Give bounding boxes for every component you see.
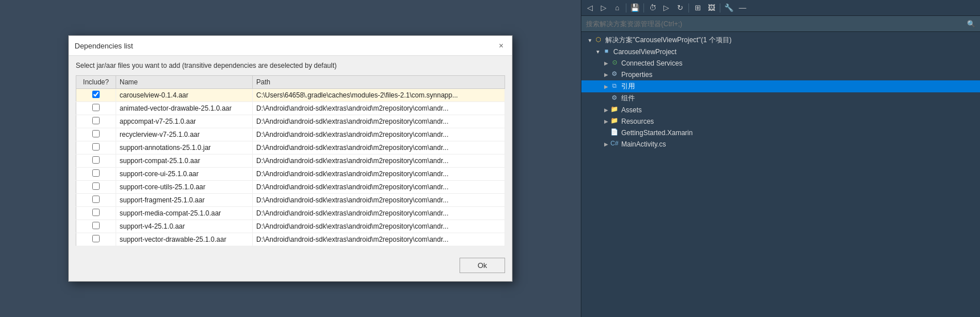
search-input[interactable] <box>586 20 967 28</box>
sidebar-item-properties[interactable]: ▶ ⚙ Properties <box>581 69 980 80</box>
name-cell-11: support-vector-drawable-25.1.0.aar <box>116 233 253 246</box>
solution-explorer-panel: ◁ ▷ ⌂ 💾 ⏱ ▷ ↻ ⊞ 🖼 🔧 — 🔍 ▼ ⬡ 解决方案"Carouse… <box>581 0 980 317</box>
include-checkbox-6[interactable] <box>92 169 100 177</box>
project-icon: ■ <box>602 47 611 56</box>
include-cell-6 <box>76 168 116 181</box>
sidebar-item-resources[interactable]: ▶ 📁 Resources <box>581 116 980 127</box>
include-cell-7 <box>76 181 116 194</box>
table-row: recyclerview-v7-25.1.0.aarD:\Android\and… <box>76 128 505 141</box>
name-cell-0: carouselview-0.1.4.aar <box>116 89 253 102</box>
dialog-titlebar: Dependencies list × <box>69 36 512 56</box>
references-arrow[interactable]: ▶ <box>602 84 610 90</box>
components-label: 组件 <box>621 94 635 103</box>
search-icon: 🔍 <box>967 20 975 28</box>
include-cell-0 <box>76 89 116 102</box>
main-activity-arrow[interactable]: ▶ <box>602 141 610 147</box>
assets-arrow[interactable]: ▶ <box>602 107 610 113</box>
sidebar-item-references[interactable]: ▶ ⧉ 引用 <box>581 80 980 92</box>
dialog-backdrop: Dependencies list × Select jar/aar files… <box>0 0 581 317</box>
path-cell-0: C:\Users\64658\.gradle\caches\modules-2\… <box>253 89 505 102</box>
solution-explorer-toolbar: ◁ ▷ ⌂ 💾 ⏱ ▷ ↻ ⊞ 🖼 🔧 — <box>581 0 980 16</box>
col-path-header: Path <box>253 76 505 89</box>
project-item[interactable]: ▼ ■ CarouselViewProject <box>581 46 980 58</box>
assets-icon: 📁 <box>610 105 619 115</box>
include-checkbox-10[interactable] <box>92 222 100 229</box>
tree-panel: ▼ ⬡ 解决方案"CarouselViewProject"(1 个项目) ▼ ■… <box>581 32 980 317</box>
include-checkbox-1[interactable] <box>92 104 100 111</box>
grid-button[interactable]: ⊞ <box>691 2 704 14</box>
table-row: carouselview-0.1.4.aarC:\Users\64658\.gr… <box>76 89 505 102</box>
path-cell-10: D:\Android\android-sdk\extras\android\m2… <box>253 220 505 233</box>
table-row: animated-vector-drawable-25.1.0.aarD:\An… <box>76 102 505 115</box>
include-checkbox-5[interactable] <box>92 156 100 164</box>
refresh-button[interactable]: ↻ <box>674 2 686 14</box>
include-cell-2 <box>76 115 116 128</box>
project-expand-arrow[interactable]: ▼ <box>594 49 602 55</box>
path-cell-3: D:\Android\android-sdk\extras\android\m2… <box>253 128 505 141</box>
components-icon: ⚙ <box>610 94 619 103</box>
table-row: support-core-utils-25.1.0.aarD:\Android\… <box>76 181 505 194</box>
connected-services-arrow[interactable]: ▶ <box>602 60 610 66</box>
timer-button[interactable]: ⏱ <box>646 2 659 14</box>
name-cell-5: support-compat-25.1.0.aar <box>116 155 253 168</box>
include-cell-9 <box>76 207 116 220</box>
include-checkbox-11[interactable] <box>92 235 100 242</box>
properties-arrow[interactable]: ▶ <box>602 72 610 78</box>
include-checkbox-9[interactable] <box>92 209 100 216</box>
dependencies-dialog: Dependencies list × Select jar/aar files… <box>68 35 512 282</box>
name-cell-2: appcompat-v7-25.1.0.aar <box>116 115 253 128</box>
sidebar-item-connected-services[interactable]: ▶ ⊙ Connected Services <box>581 58 980 69</box>
sidebar-item-getting-started[interactable]: 📄 GettingStarted.Xamarin <box>581 127 980 139</box>
path-cell-11: D:\Android\android-sdk\extras\android\m2… <box>253 233 505 246</box>
include-checkbox-7[interactable] <box>92 182 100 190</box>
dialog-close-button[interactable]: × <box>496 40 506 51</box>
solution-expand-arrow[interactable]: ▼ <box>586 38 594 43</box>
play-button[interactable]: ▷ <box>660 2 673 14</box>
name-cell-6: support-core-ui-25.1.0.aar <box>116 168 253 181</box>
solution-root-item[interactable]: ▼ ⬡ 解决方案"CarouselViewProject"(1 个项目) <box>581 34 980 46</box>
table-row: support-compat-25.1.0.aarD:\Android\andr… <box>76 155 505 168</box>
table-row: support-media-compat-25.1.0.aarD:\Androi… <box>76 207 505 220</box>
table-row: support-v4-25.1.0.aarD:\Android\android-… <box>76 220 505 233</box>
properties-label: Properties <box>621 71 653 79</box>
forward-button[interactable]: ▷ <box>597 2 610 14</box>
table-row: support-fragment-25.1.0.aarD:\Android\an… <box>76 194 505 207</box>
include-cell-10 <box>76 220 116 233</box>
include-checkbox-4[interactable] <box>92 143 100 151</box>
name-cell-7: support-core-utils-25.1.0.aar <box>116 181 253 194</box>
include-checkbox-0[interactable] <box>92 91 100 98</box>
settings-button[interactable]: 🔧 <box>723 2 735 14</box>
include-cell-8 <box>76 194 116 207</box>
include-checkbox-2[interactable] <box>92 117 100 124</box>
path-cell-6: D:\Android\android-sdk\extras\android\m2… <box>253 168 505 181</box>
col-include-header: Include? <box>76 76 116 89</box>
sidebar-item-main-activity[interactable]: ▶ C# MainActivity.cs <box>581 139 980 150</box>
dialog-footer: Ok <box>69 252 512 281</box>
table-row: support-core-ui-25.1.0.aarD:\Android\and… <box>76 168 505 181</box>
properties-icon: ⚙ <box>610 70 619 79</box>
resources-arrow[interactable]: ▶ <box>602 119 610 124</box>
toolbar-sep-1 <box>626 3 626 13</box>
path-cell-4: D:\Android\android-sdk\extras\android\m2… <box>253 141 505 155</box>
image-button[interactable]: 🖼 <box>705 2 717 14</box>
path-cell-5: D:\Android\android-sdk\extras\android\m2… <box>253 155 505 168</box>
sidebar-item-assets[interactable]: ▶ 📁 Assets <box>581 104 980 116</box>
minimize-button[interactable]: — <box>736 2 749 14</box>
include-checkbox-3[interactable] <box>92 130 100 137</box>
sidebar-item-components[interactable]: ⚙ 组件 <box>581 92 980 104</box>
getting-started-label: GettingStarted.Xamarin <box>621 129 692 137</box>
path-cell-8: D:\Android\android-sdk\extras\android\m2… <box>253 194 505 207</box>
table-row: support-vector-drawable-25.1.0.aarD:\And… <box>76 233 505 246</box>
back-button[interactable]: ◁ <box>584 2 596 14</box>
include-cell-11 <box>76 233 116 246</box>
references-icon: ⧉ <box>610 82 619 91</box>
ok-button[interactable]: Ok <box>460 258 505 273</box>
include-checkbox-8[interactable] <box>92 196 100 203</box>
name-cell-9: support-media-compat-25.1.0.aar <box>116 207 253 220</box>
save-button[interactable]: 💾 <box>629 2 641 14</box>
name-cell-10: support-v4-25.1.0.aar <box>116 220 253 233</box>
toolbar-sep-3 <box>688 3 689 13</box>
home-button[interactable]: ⌂ <box>611 2 624 14</box>
getting-started-icon: 📄 <box>610 128 619 137</box>
connected-services-label: Connected Services <box>621 59 682 67</box>
